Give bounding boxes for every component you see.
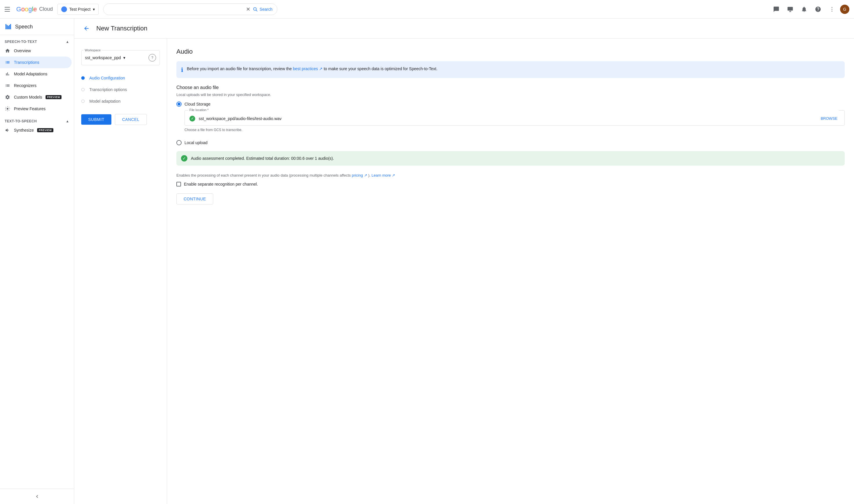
sidebar: Speech Speech-to-Text ▲ Overview Transcr… <box>0 19 74 504</box>
logo-text: Google <box>16 5 37 13</box>
svg-rect-10 <box>8 26 9 29</box>
radio-cloud-storage-circle <box>176 102 182 107</box>
sidebar-label-overview: Overview <box>14 49 31 53</box>
sidebar-item-overview[interactable]: Overview <box>0 45 72 57</box>
synthesize-icon <box>5 127 11 133</box>
feedback-icon[interactable] <box>770 3 782 15</box>
step-model-adaptation[interactable]: Model adaptation <box>81 95 160 107</box>
workspace-help-icon[interactable]: ? <box>148 54 156 61</box>
svg-line-1 <box>256 10 257 11</box>
content-area: New Transcription Workspace sst_workspac… <box>74 19 854 504</box>
tts-collapse-icon[interactable]: ▲ <box>66 119 69 123</box>
sidebar-item-model-adaptations[interactable]: Model Adaptations <box>0 68 72 80</box>
search-icon <box>253 7 258 12</box>
info-text: Before you import an audio file for tran… <box>187 66 438 72</box>
topbar: Google Cloud Test Project ▾ speec ✕ Sear… <box>0 0 854 19</box>
file-location-group: File location * ✓ sst_workspace_ppd/audi… <box>184 110 845 126</box>
radio-local-upload-label: Local upload <box>184 140 208 145</box>
channel-section: Enables the processing of each channel p… <box>176 173 845 186</box>
sidebar-bottom <box>0 489 74 504</box>
search-bar: speec ✕ Search <box>103 3 277 15</box>
wizard-actions: SUBMIT CANCEL <box>81 114 160 125</box>
wizard-panel: Workspace sst_workspace_ppd ▾ ? Audio Co… <box>74 39 167 504</box>
project-dot <box>61 6 67 12</box>
cloud-text: Cloud <box>39 6 53 12</box>
workspace-field: Workspace sst_workspace_ppd ▾ ? <box>81 46 160 65</box>
svg-point-13 <box>7 108 8 110</box>
workspace-chevron-icon: ▾ <box>123 55 146 60</box>
tts-section-title: Text-to-Speech ▲ <box>0 114 74 124</box>
bar-chart-icon <box>5 71 11 77</box>
audio-panel: Audio ℹ Before you import an audio file … <box>167 39 854 504</box>
file-path-text: sst_workspace_ppd/audio-files/test-audio… <box>199 116 815 121</box>
page-header: New Transcription <box>74 19 854 39</box>
hamburger-menu-icon[interactable] <box>5 6 12 13</box>
two-panel: Workspace sst_workspace_ppd ▾ ? Audio Co… <box>74 39 854 504</box>
svg-point-5 <box>832 7 833 8</box>
sidebar-item-custom-models[interactable]: Custom Models PREVIEW <box>0 91 72 103</box>
collapse-sidebar-button[interactable] <box>0 491 74 502</box>
sidebar-app-title: Speech <box>15 24 33 30</box>
choose-audio-title: Choose an audio file <box>176 85 845 90</box>
sidebar-item-synthesize[interactable]: Synthesize PREVIEW <box>0 124 72 136</box>
home-icon <box>5 48 11 54</box>
file-location-row: ✓ sst_workspace_ppd/audio-files/test-aud… <box>190 115 840 122</box>
chevron-down-icon: ▾ <box>93 7 95 12</box>
project-selector[interactable]: Test Project ▾ <box>57 4 99 15</box>
step-label-transcription-options: Transcription options <box>89 87 127 92</box>
channel-checkbox-box <box>176 182 181 186</box>
sidebar-item-transcriptions[interactable]: Transcriptions <box>0 57 72 68</box>
sidebar-label-recognizers: Recognizers <box>14 83 37 88</box>
custom-models-preview-badge: PREVIEW <box>46 95 61 99</box>
step-dot-inactive-1 <box>81 88 85 91</box>
sidebar-label-synthesize: Synthesize <box>14 128 34 132</box>
stt-collapse-icon[interactable]: ▲ <box>66 40 69 44</box>
sidebar-item-preview-features[interactable]: Preview Features <box>0 103 72 114</box>
continue-button[interactable]: CONTINUE <box>176 194 213 204</box>
topbar-right: G <box>770 3 849 15</box>
more-options-icon[interactable] <box>826 3 838 15</box>
success-text: Audio assessment completed. Estimated to… <box>191 156 334 161</box>
search-button[interactable]: Search <box>253 7 272 12</box>
step-audio-config[interactable]: Audio Configuration <box>81 72 160 84</box>
svg-rect-12 <box>10 24 11 29</box>
workspace-selector[interactable]: sst_workspace_ppd ▾ ? <box>81 50 160 65</box>
back-button[interactable] <box>81 23 92 34</box>
synthesize-preview-badge: PREVIEW <box>37 128 53 132</box>
step-dot-inactive-2 <box>81 100 85 103</box>
help-icon[interactable] <box>812 3 824 15</box>
sidebar-label-transcriptions: Transcriptions <box>14 60 39 65</box>
clear-icon[interactable]: ✕ <box>246 6 250 13</box>
notifications-icon[interactable] <box>798 3 810 15</box>
svg-point-6 <box>832 9 833 10</box>
sidebar-label-preview-features: Preview Features <box>14 106 46 111</box>
channel-checkbox[interactable]: Enable separate recognition per channel. <box>176 182 845 186</box>
step-dot-active <box>81 76 85 80</box>
success-icon: ✓ <box>181 155 188 162</box>
cancel-button[interactable]: CANCEL <box>115 114 147 125</box>
radio-local-upload[interactable]: Local upload <box>176 140 845 145</box>
success-banner: ✓ Audio assessment completed. Estimated … <box>176 151 845 166</box>
step-label-audio-config: Audio Configuration <box>89 76 125 80</box>
sidebar-item-recognizers[interactable]: Recognizers <box>0 80 72 91</box>
best-practices-link[interactable]: best practices ↗ <box>293 67 323 71</box>
google-cloud-logo: Google Cloud <box>16 5 53 13</box>
custom-models-icon <box>5 94 11 100</box>
step-transcription-options[interactable]: Transcription options <box>81 84 160 95</box>
radio-cloud-storage[interactable]: Cloud Storage <box>176 102 845 107</box>
search-input[interactable]: speec <box>108 7 244 12</box>
learn-more-link[interactable]: Learn more ↗ <box>372 173 395 178</box>
workspace-label: Workspace <box>84 49 102 52</box>
search-btn-label: Search <box>260 7 272 12</box>
sidebar-label-custom-models: Custom Models <box>14 95 42 100</box>
cloud-shell-icon[interactable] <box>784 3 796 15</box>
page-title: New Transcription <box>96 25 147 32</box>
file-check-icon: ✓ <box>190 116 195 122</box>
avatar[interactable]: G <box>840 5 849 14</box>
submit-button[interactable]: SUBMIT <box>81 114 111 125</box>
pricing-link[interactable]: pricing ↗ <box>352 173 367 178</box>
file-location-label: File location * <box>188 108 839 112</box>
file-hint-text: Choose a file from GCS to transcribe. <box>184 128 845 132</box>
radio-local-upload-circle <box>176 140 182 145</box>
browse-button[interactable]: BROWSE <box>818 115 840 122</box>
